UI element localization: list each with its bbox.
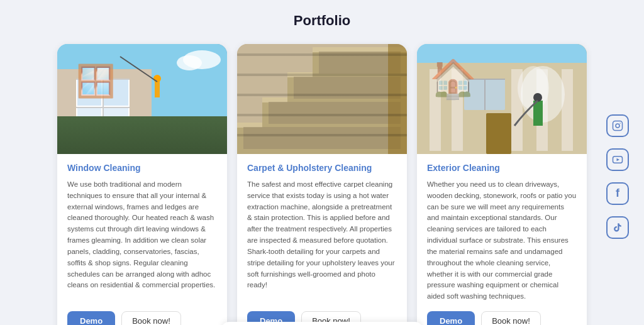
card-exterior-cleaning: Exterior Cleaning Whether you need us to… [417,44,587,325]
svg-rect-3 [76,79,130,80]
card-carpet-cleaning: Carpet & Upholstery Cleaning The safest … [237,44,407,325]
youtube-icon[interactable] [606,148,629,171]
book-button-window[interactable]: Book now! [121,311,181,325]
card-window-cleaning: Window Cleaning We use both traditional … [57,44,227,325]
svg-point-13 [57,138,139,154]
card-description-carpet: The safest and most effective carpet cle… [247,179,397,302]
card-title-carpet: Carpet & Upholstery Cleaning [247,163,397,173]
tiktok-icon[interactable] [606,216,629,239]
svg-rect-7 [104,80,128,106]
svg-rect-39 [484,79,486,110]
card-title-exterior: Exterior Cleaning [427,163,577,173]
svg-rect-25 [243,127,401,149]
book-button-exterior[interactable]: Book now! [481,311,541,325]
card-body-window: Window Cleaning We use both traditional … [57,154,227,325]
svg-rect-38 [464,79,505,80]
svg-rect-34 [511,69,523,151]
svg-rect-17 [237,126,407,154]
svg-rect-6 [77,80,101,106]
svg-rect-19 [262,101,407,129]
instagram-icon[interactable] [606,114,629,137]
page-title: Portfolio [294,13,350,29]
svg-rect-36 [562,69,573,151]
svg-point-41 [521,66,565,123]
svg-rect-27 [294,77,401,99]
card-actions-window: Demo Book now! [67,311,217,325]
card-body-exterior: Exterior Cleaning Whether you need us to… [417,154,587,325]
svg-rect-43 [533,101,543,126]
bottom-navigation: 🏠 Home 👤 About 🔧 Services 📁 Portfolio ✉ … [221,322,423,325]
svg-point-15 [177,55,202,70]
svg-rect-16 [237,44,407,154]
svg-rect-24 [313,47,407,52]
card-image-carpet [237,44,407,154]
svg-rect-23 [313,50,407,79]
svg-rect-31 [417,63,587,154]
card-image-exterior [417,44,587,154]
svg-rect-28 [319,52,401,74]
svg-rect-22 [287,72,407,77]
svg-point-42 [518,66,549,110]
card-actions-exterior: Demo Book now! [427,311,577,325]
card-description-window: We use both traditional and modern techn… [67,179,217,302]
svg-rect-10 [155,82,160,97]
svg-rect-9 [104,108,128,134]
svg-rect-32 [430,69,441,151]
svg-rect-29 [388,44,407,154]
svg-point-47 [619,123,621,124]
svg-point-44 [533,93,542,102]
svg-rect-45 [613,121,623,130]
svg-rect-33 [452,69,463,151]
portfolio-cards: Window Cleaning We use both traditional … [39,44,605,325]
social-sidebar: f [606,114,629,239]
svg-rect-5 [103,79,104,135]
svg-rect-30 [417,44,587,154]
svg-rect-40 [486,113,511,154]
facebook-icon[interactable]: f [606,182,629,205]
svg-rect-20 [262,97,407,102]
card-description-exterior: Whether you need us to clean driveways, … [427,179,577,302]
svg-rect-18 [237,123,407,128]
svg-rect-37 [464,79,505,110]
svg-rect-8 [77,108,101,134]
svg-marker-49 [617,158,620,162]
card-title-window: Window Cleaning [67,163,217,173]
svg-point-46 [616,124,619,128]
svg-rect-35 [536,69,548,151]
svg-rect-26 [269,102,401,124]
card-body-carpet: Carpet & Upholstery Cleaning The safest … [237,154,407,325]
demo-button-exterior[interactable]: Demo [427,311,475,325]
svg-rect-21 [287,75,407,104]
demo-button-window[interactable]: Demo [67,311,115,325]
card-image-window [57,44,227,154]
